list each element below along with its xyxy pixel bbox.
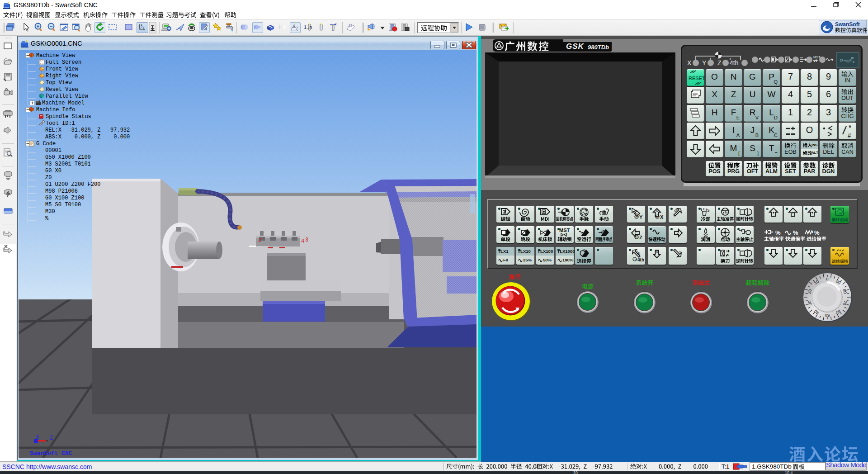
svg-text:X: X (687, 59, 692, 66)
svg-text:4th: 4th (637, 257, 644, 262)
svg-text:Z: Z (677, 231, 679, 235)
svg-text:%: % (814, 229, 820, 236)
svg-text:MST: MST (559, 228, 570, 233)
svg-text:4: 4 (301, 238, 304, 245)
svg-text:%: % (793, 229, 798, 236)
svg-text:z: z (141, 23, 142, 26)
svg-text:Z: Z (717, 59, 722, 66)
svg-text:MST: MST (813, 55, 821, 59)
svg-text:m: m (634, 257, 637, 261)
svg-text:m: m (656, 215, 660, 219)
svg-text:1..n: 1..n (304, 24, 312, 30)
svg-text:RESET: RESET (689, 76, 705, 81)
svg-text:m: m (636, 235, 639, 239)
svg-text:X: X (656, 250, 658, 254)
svg-text:0: 0 (826, 276, 828, 281)
svg-text:4th: 4th (730, 59, 738, 66)
svg-text:X: X (660, 214, 664, 220)
svg-text:Z: Z (639, 235, 642, 240)
svg-text:Y: Y (639, 214, 643, 220)
svg-text:50: 50 (825, 313, 830, 318)
svg-text:X: X (36, 434, 39, 441)
svg-text:m: m (636, 215, 639, 219)
svg-text:X: X (656, 209, 658, 213)
svg-text:x: x (143, 26, 145, 29)
svg-text:#: # (848, 132, 851, 139)
svg-text:*: * (849, 124, 852, 132)
svg-text:2: 2 (258, 237, 261, 244)
svg-text:Z: Z (50, 435, 53, 441)
svg-text:3: 3 (305, 237, 308, 243)
svg-text:Y: Y (702, 59, 707, 66)
svg-text:Y: Y (679, 250, 682, 254)
svg-text:%: % (775, 229, 781, 236)
